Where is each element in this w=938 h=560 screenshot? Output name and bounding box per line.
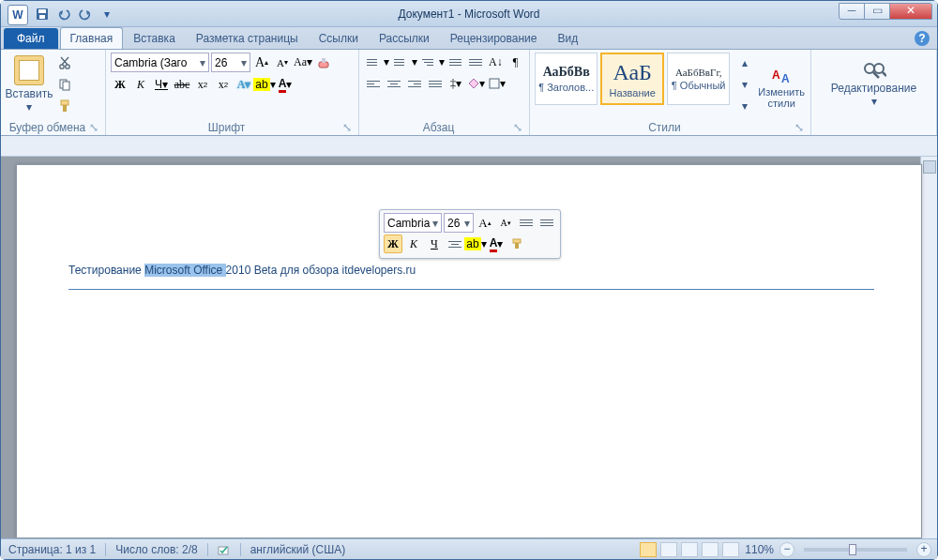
chevron-down-icon[interactable]: ▾ [238,56,247,69]
style-title[interactable]: АаБ Название [600,53,664,105]
app-icon[interactable]: W [8,5,28,25]
view-print-layout-icon[interactable] [640,542,657,557]
mini-bold-button[interactable]: Ж [384,235,402,253]
grow-font-icon[interactable]: A▴ [252,53,271,72]
view-outline-icon[interactable] [702,542,719,557]
mini-indent-right-icon[interactable] [537,214,556,233]
line-spacing-icon[interactable]: ‡▾ [446,74,465,93]
tab-insert[interactable]: Вставка [123,27,186,49]
align-left-icon[interactable] [364,74,383,93]
chevron-down-icon[interactable]: ▾ [197,56,205,69]
save-icon[interactable] [33,5,52,23]
shrink-font-icon[interactable]: A▾ [273,53,292,72]
tab-file[interactable]: Файл [4,28,58,49]
status-language[interactable]: английский (США) [249,543,347,556]
copy-icon[interactable] [54,74,75,95]
undo-icon[interactable] [54,5,73,23]
indent-right-icon[interactable] [466,53,484,71]
qat-dropdown-icon[interactable]: ▾ [98,5,116,23]
justify-icon[interactable] [426,74,445,93]
style-scroll-down-icon[interactable]: ▾ [734,74,755,95]
highlight-icon[interactable]: ab▾ [255,75,274,94]
mini-highlight-icon[interactable]: ab▾ [466,235,485,253]
mini-font-color-icon[interactable]: A▾ [487,235,506,253]
bullets-icon[interactable] [364,53,382,71]
maximize-button[interactable]: ▭ [864,3,890,20]
view-draft-icon[interactable] [722,542,739,557]
mini-grow-icon[interactable]: A▴ [476,214,494,233]
superscript-button[interactable]: x2 [214,75,233,94]
status-page[interactable]: Страница: 1 из 1 [7,543,98,556]
ruler-toggle-icon[interactable] [923,160,936,174]
sort-icon[interactable]: A↓ [487,53,505,71]
scrollbar[interactable] [920,157,937,538]
chevron-down-icon[interactable]: ▾ [430,217,438,230]
status-words[interactable]: Число слов: 2/8 [113,543,199,556]
chevron-down-icon[interactable]: ▾ [871,95,877,108]
mini-indent-left-icon[interactable] [517,214,536,233]
tab-home[interactable]: Главная [60,27,124,49]
align-center-icon[interactable] [385,74,403,93]
close-button[interactable]: ✕ [889,3,932,20]
mini-italic-button[interactable]: К [404,235,423,253]
font-color-icon[interactable]: A▾ [276,75,295,94]
redo-icon[interactable] [76,5,95,23]
numbering-icon[interactable] [391,53,409,71]
change-styles-button[interactable]: AA Изменить стили [757,53,806,116]
chevron-down-icon[interactable]: ▾ [412,55,417,68]
chevron-down-icon[interactable]: ▾ [461,217,470,230]
shading-icon[interactable]: ▾ [467,74,486,93]
style-more-icon[interactable]: ▾ [734,96,755,116]
ruler[interactable] [1,136,937,157]
style-normal[interactable]: АаБбВвГг, ¶ Обычный [667,53,730,105]
clipboard-dialog-icon[interactable]: ⤡ [89,121,100,134]
zoom-out-button[interactable]: − [779,542,794,557]
editing-button[interactable]: Редактирование ▾ [832,53,916,116]
show-marks-icon[interactable]: ¶ [507,53,524,71]
italic-button[interactable]: К [131,75,150,94]
font-dialog-icon[interactable]: ⤡ [342,121,354,134]
view-full-screen-icon[interactable] [660,542,677,557]
tab-view[interactable]: Вид [547,27,588,49]
zoom-level[interactable]: 110% [743,543,776,556]
indent-left-icon[interactable] [446,53,464,71]
subscript-button[interactable]: x2 [193,75,212,94]
paste-dropdown-icon[interactable]: ▾ [26,100,32,114]
align-right-icon[interactable] [405,74,424,93]
clear-format-icon[interactable] [314,53,333,72]
minimize-button[interactable]: ─ [839,3,865,20]
chevron-down-icon[interactable]: ▾ [439,55,445,68]
mini-underline-button[interactable]: Ч [425,235,444,253]
cut-icon[interactable] [54,53,75,73]
style-heading[interactable]: АаБбВв ¶ Заголов... [535,53,598,105]
mini-shrink-icon[interactable]: A▾ [496,214,515,233]
styles-dialog-icon[interactable]: ⤡ [794,121,806,134]
text-effects-icon[interactable]: A▾ [234,75,253,94]
strike-button[interactable]: abc [173,75,191,94]
help-icon[interactable]: ? [915,31,930,46]
paste-button[interactable]: Вставить ▾ [6,53,53,116]
font-name-combo[interactable]: Cambria (Заго▾ [111,53,209,72]
chevron-down-icon[interactable]: ▾ [384,55,389,68]
bold-button[interactable]: Ж [111,75,129,94]
view-web-layout-icon[interactable] [681,542,698,557]
para-dialog-icon[interactable]: ⤡ [513,121,524,134]
style-scroll-up-icon[interactable]: ▴ [734,53,755,73]
tab-review[interactable]: Рецензирование [440,27,548,49]
zoom-thumb[interactable] [849,544,856,555]
format-painter-icon[interactable] [54,96,75,116]
change-case-icon[interactable]: Aa▾ [294,53,312,72]
zoom-slider[interactable] [804,548,907,552]
font-size-combo[interactable]: 26▾ [211,53,250,72]
mini-format-painter-icon[interactable] [507,235,526,253]
spellcheck-icon[interactable] [216,542,233,556]
multilevel-icon[interactable] [419,53,437,71]
mini-font-name[interactable]: Cambria▾ [384,213,442,233]
underline-button[interactable]: Ч▾ [152,75,171,94]
tab-references[interactable]: Ссылки [309,27,369,49]
borders-icon[interactable]: ▾ [488,74,507,93]
zoom-in-button[interactable]: + [916,542,931,557]
tab-page-layout[interactable]: Разметка страницы [186,27,309,49]
mini-center-icon[interactable] [446,235,464,253]
mini-font-size[interactable]: 26▾ [444,213,474,233]
